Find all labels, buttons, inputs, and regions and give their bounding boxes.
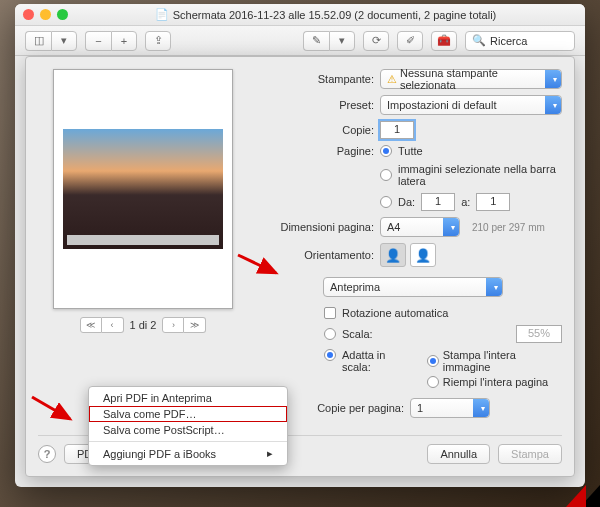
menu-add-to-ibooks[interactable]: Aggiungi PDF a iBooks▸: [89, 445, 287, 462]
first-page-icon[interactable]: ≪: [80, 317, 102, 333]
next-page-icon[interactable]: ›: [162, 317, 184, 333]
scale-radio[interactable]: [324, 328, 336, 340]
zoom-in-icon[interactable]: +: [111, 31, 137, 51]
fit-print-radio[interactable]: [427, 355, 439, 367]
pages-selected-radio[interactable]: [380, 169, 392, 181]
fit-fill-radio[interactable]: [427, 376, 439, 388]
highlight-icon[interactable]: ✎: [303, 31, 329, 51]
preview-thumbnail: [63, 129, 223, 249]
papersize-select[interactable]: A4▾: [380, 217, 460, 237]
highlight-menu-icon[interactable]: ▾: [329, 31, 355, 51]
pages-selected-label: immagini selezionate nella barra latera: [398, 163, 562, 187]
portrait-icon[interactable]: 👤: [380, 243, 406, 267]
papersize-dim: 210 per 297 mm: [472, 222, 545, 233]
preset-label: Preset:: [264, 99, 374, 111]
preview-column: ≪ ‹ 1 di 2 › ≫: [38, 69, 248, 427]
minimize-icon[interactable]: [40, 9, 51, 20]
submenu-arrow-icon: ▸: [267, 447, 273, 460]
autorotate-label: Rotazione automatica: [342, 307, 448, 319]
fit-label: Adatta in scala:: [342, 349, 415, 373]
fit-fill-label: Riempi l'intera pagina: [443, 376, 548, 388]
papersize-label: Dimensioni pagina:: [264, 221, 374, 233]
print-dialog: ≪ ‹ 1 di 2 › ≫ Stampante: ⚠ Nessuna stam…: [25, 56, 575, 477]
last-page-icon[interactable]: ≫: [184, 317, 206, 333]
pages-to-label: a:: [461, 196, 470, 208]
search-icon: 🔍: [472, 34, 486, 47]
page-navigator: ≪ ‹ 1 di 2 › ≫: [80, 317, 207, 333]
menu-save-as-pdf[interactable]: Salva come PDF…: [89, 406, 287, 422]
landscape-icon[interactable]: 👤: [410, 243, 436, 267]
pages-all-radio[interactable]: [380, 145, 392, 157]
document-icon: 📄: [155, 8, 169, 21]
zoom-icon[interactable]: [57, 9, 68, 20]
warning-icon: ⚠: [387, 73, 397, 86]
cancel-button[interactable]: Annulla: [427, 444, 490, 464]
sidebar-menu-icon[interactable]: ▾: [51, 31, 77, 51]
share-icon[interactable]: ⇪: [145, 31, 171, 51]
printer-label: Stampante:: [264, 73, 374, 85]
pages-from-label: Da:: [398, 196, 415, 208]
titlebar: 📄 Schermata 2016-11-23 alle 15.52.09 (2 …: [15, 4, 585, 26]
scale-label: Scala:: [342, 328, 373, 340]
print-options: Stampante: ⚠ Nessuna stampante seleziona…: [264, 69, 562, 427]
orientation-label: Orientamento:: [264, 249, 374, 261]
menu-open-preview[interactable]: Apri PDF in Anteprima: [89, 390, 287, 406]
printer-select[interactable]: ⚠ Nessuna stampante selezionata▾: [380, 69, 562, 89]
rotate-icon[interactable]: ⟳: [363, 31, 389, 51]
fit-radio[interactable]: [324, 349, 336, 361]
watermark: [566, 485, 600, 507]
copies-label: Copie:: [264, 124, 374, 136]
print-button[interactable]: Stampa: [498, 444, 562, 464]
fit-print-label: Stampa l'intera immagine: [443, 349, 562, 373]
pages-range-radio[interactable]: [380, 196, 392, 208]
markup-group[interactable]: ✎ ▾: [303, 31, 355, 51]
help-button[interactable]: ?: [38, 445, 56, 463]
zoom-out-icon[interactable]: −: [85, 31, 111, 51]
search-input[interactable]: 🔍 Ricerca: [465, 31, 575, 51]
close-icon[interactable]: [23, 9, 34, 20]
sidebar-toggle-group[interactable]: ◫ ▾: [25, 31, 77, 51]
page-preview: [53, 69, 233, 309]
autorotate-checkbox[interactable]: [324, 307, 336, 319]
toolbox-icon[interactable]: 🧰: [431, 31, 457, 51]
edit-icon[interactable]: ✐: [397, 31, 423, 51]
preview-window: 📄 Schermata 2016-11-23 alle 15.52.09 (2 …: [15, 4, 585, 487]
scale-input[interactable]: 55%: [516, 325, 562, 343]
pages-label: Pagine:: [264, 145, 374, 157]
copies-per-page-select[interactable]: 1▾: [410, 398, 490, 418]
prev-page-icon[interactable]: ‹: [102, 317, 124, 333]
orientation-toggle[interactable]: 👤 👤: [380, 243, 436, 267]
preset-select[interactable]: Impostazioni di default▾: [380, 95, 562, 115]
pdf-menu: Apri PDF in Anteprima Salva come PDF… Sa…: [88, 386, 288, 466]
copies-input[interactable]: 1: [380, 121, 414, 139]
app-section-select[interactable]: Anteprima▾: [323, 277, 503, 297]
menu-save-postscript[interactable]: Salva come PostScript…: [89, 422, 287, 438]
window-title: 📄 Schermata 2016-11-23 alle 15.52.09 (2 …: [74, 8, 577, 21]
page-indicator: 1 di 2: [130, 319, 157, 331]
search-placeholder: Ricerca: [490, 35, 527, 47]
toolbar: ◫ ▾ − + ⇪ ✎ ▾ ⟳ ✐ 🧰 🔍 Ricerca: [15, 26, 585, 56]
pages-all-label: Tutte: [398, 145, 423, 157]
sidebar-icon[interactable]: ◫: [25, 31, 51, 51]
pages-to-input[interactable]: 1: [476, 193, 510, 211]
pages-from-input[interactable]: 1: [421, 193, 455, 211]
zoom-group[interactable]: − +: [85, 31, 137, 51]
